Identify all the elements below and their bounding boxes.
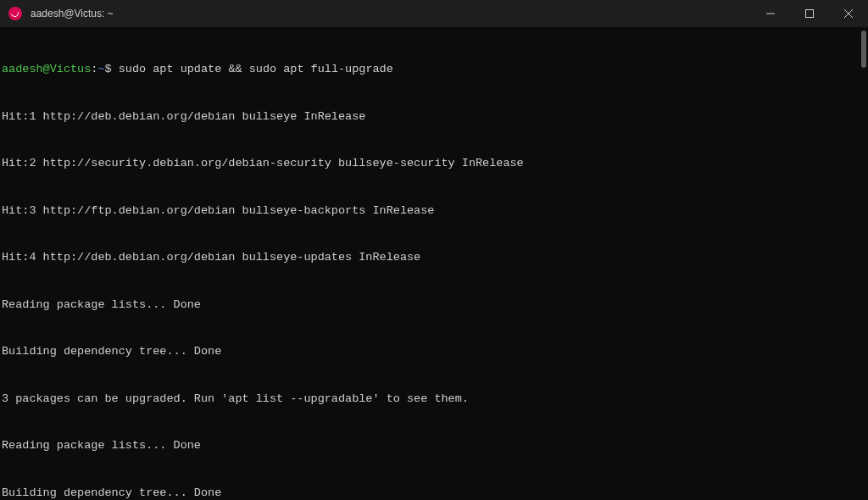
window-controls (751, 0, 868, 27)
prompt-dollar: $ (105, 63, 112, 75)
maximize-button[interactable] (790, 0, 829, 27)
terminal-output[interactable]: aadesh@Victus:~$ sudo apt update && sudo… (0, 27, 868, 500)
close-icon (844, 9, 853, 18)
output-line: Reading package lists... Done (2, 297, 868, 314)
output-line: Building dependency tree... Done (2, 486, 868, 501)
maximize-icon (805, 9, 814, 18)
output-line: Hit:1 http://deb.debian.org/debian bulls… (2, 109, 868, 125)
titlebar[interactable]: aadesh@Victus: ~ (0, 0, 868, 27)
prompt-user-host: aadesh@Victus (2, 63, 91, 75)
output-line: Reading package lists... Done (2, 438, 868, 454)
prompt-line: aadesh@Victus:~$ sudo apt update && sudo… (2, 62, 868, 78)
minimize-icon (766, 9, 775, 18)
svg-rect-1 (806, 10, 814, 18)
output-line: Hit:4 http://deb.debian.org/debian bulls… (2, 250, 868, 266)
command-text: sudo apt update && sudo apt full-upgrade (112, 63, 393, 75)
scrollbar-thumb[interactable] (861, 31, 866, 68)
window-title: aadesh@Victus: ~ (31, 6, 114, 22)
debian-swirl-icon (8, 7, 22, 20)
close-button[interactable] (829, 0, 868, 27)
output-line: Hit:3 http://ftp.debian.org/debian bulls… (2, 203, 868, 219)
output-line: 3 packages can be upgraded. Run 'apt lis… (2, 392, 868, 408)
output-line: Building dependency tree... Done (2, 344, 868, 360)
minimize-button[interactable] (751, 0, 790, 27)
output-line: Hit:2 http://security.debian.org/debian-… (2, 156, 868, 172)
prompt-path: ~ (97, 63, 104, 75)
